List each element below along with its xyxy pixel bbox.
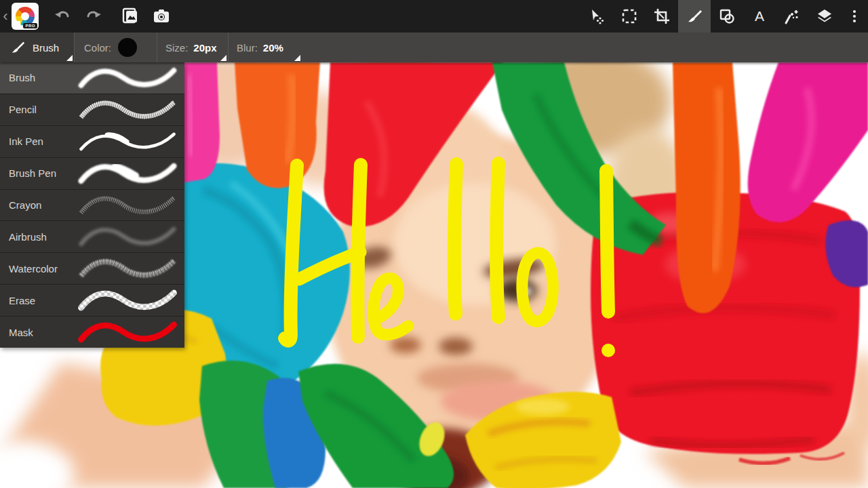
brush-item-airbrush[interactable]: Airbrush [0, 221, 184, 253]
overflow-menu-button[interactable] [841, 0, 868, 33]
app-logo-stem [16, 21, 20, 28]
brush-item-brush-pen[interactable]: Brush Pen [0, 158, 184, 190]
text-tool-button[interactable]: A [743, 0, 776, 33]
crayon-stroke-preview [77, 192, 178, 219]
marquee-icon [620, 7, 638, 25]
brush-tool-button[interactable] [678, 0, 711, 33]
color-label: Color: [84, 42, 111, 54]
blur-label: Blur: [237, 42, 258, 54]
airbrush-stroke-preview [77, 223, 178, 250]
brush-small-icon [9, 39, 26, 56]
brush-item-pencil[interactable]: Pencil [0, 94, 184, 126]
color-swatch[interactable] [118, 38, 137, 57]
select-tool-button[interactable] [613, 0, 646, 33]
pencil-stroke-preview [77, 96, 178, 123]
brush-item-mask[interactable]: Mask [0, 317, 184, 348]
dropdown-corner-icon [66, 55, 73, 61]
ink-pen-stroke-preview [77, 128, 178, 155]
brush-item-label: Erase [0, 295, 71, 306]
layers-tool-button[interactable] [808, 0, 841, 33]
back-button[interactable]: ‹ [1, 0, 10, 33]
top-toolbar: ‹ PRO [0, 0, 868, 33]
brush-icon [686, 7, 703, 25]
size-label: Size: [165, 42, 188, 54]
brush-pen-stroke-preview [77, 160, 178, 187]
brush-type-panel: Brush Pencil Ink Pen Brush Pen [0, 62, 184, 348]
brush-stroke-preview [77, 64, 178, 92]
cursor-move-icon [588, 7, 606, 25]
brush-item-label: Pencil [0, 104, 71, 115]
camera-button[interactable] [146, 0, 177, 33]
brush-item-label: Brush [0, 72, 71, 83]
brush-item-erase[interactable]: Erase [0, 285, 184, 317]
brush-type-dropdown[interactable]: Brush [0, 33, 75, 62]
app-window: ‹ PRO [0, 0, 868, 488]
brush-item-label: Crayon [0, 199, 71, 211]
shapes-icon [718, 7, 736, 25]
mask-stroke-preview [77, 319, 178, 346]
app-logo[interactable]: PRO [12, 3, 39, 30]
dropdown-corner-icon [294, 55, 300, 61]
move-tool-button[interactable] [580, 0, 613, 33]
brush-options-toolbar: Brush Color: Size: 20px Blur: 20% [0, 33, 868, 62]
undo-icon [54, 7, 71, 25]
selected-tool-label: Brush [33, 42, 59, 54]
tool-strip: A [580, 0, 868, 33]
blur-dropdown[interactable]: Blur: 20% [229, 33, 302, 62]
redo-button[interactable] [78, 0, 109, 33]
brush-item-label: Brush Pen [0, 167, 71, 179]
brush-item-label: Mask [0, 327, 71, 338]
redo-icon [85, 7, 102, 25]
brush-item-label: Watercolor [0, 263, 71, 274]
magic-wand-icon [783, 7, 801, 25]
gallery-icon [121, 7, 139, 25]
effects-tool-button[interactable] [776, 0, 808, 33]
blur-value: 20% [263, 42, 283, 54]
brush-item-crayon[interactable]: Crayon [0, 190, 184, 222]
layers-icon [816, 7, 833, 25]
brush-item-brush[interactable]: Brush [0, 62, 184, 94]
text-icon: A [755, 8, 764, 24]
brush-item-watercolor[interactable]: Watercolor [0, 253, 184, 285]
brush-item-ink-pen[interactable]: Ink Pen [0, 126, 184, 158]
dropdown-corner-icon [220, 55, 226, 61]
brush-item-label: Airbrush [0, 231, 71, 243]
crop-icon [653, 7, 671, 25]
undo-button[interactable] [47, 0, 78, 33]
size-dropdown[interactable]: Size: 20px [157, 33, 229, 62]
shapes-tool-button[interactable] [711, 0, 743, 33]
brush-item-label: Ink Pen [0, 136, 71, 147]
size-value: 20px [193, 42, 216, 54]
color-picker-section[interactable]: Color: [75, 33, 157, 62]
watercolor-stroke-preview [77, 255, 178, 282]
gallery-button[interactable] [115, 0, 146, 33]
erase-stroke-preview [77, 287, 178, 314]
camera-icon [153, 7, 170, 25]
three-dots-icon [846, 7, 863, 25]
pro-badge: PRO [23, 23, 37, 28]
crop-tool-button[interactable] [646, 0, 678, 33]
